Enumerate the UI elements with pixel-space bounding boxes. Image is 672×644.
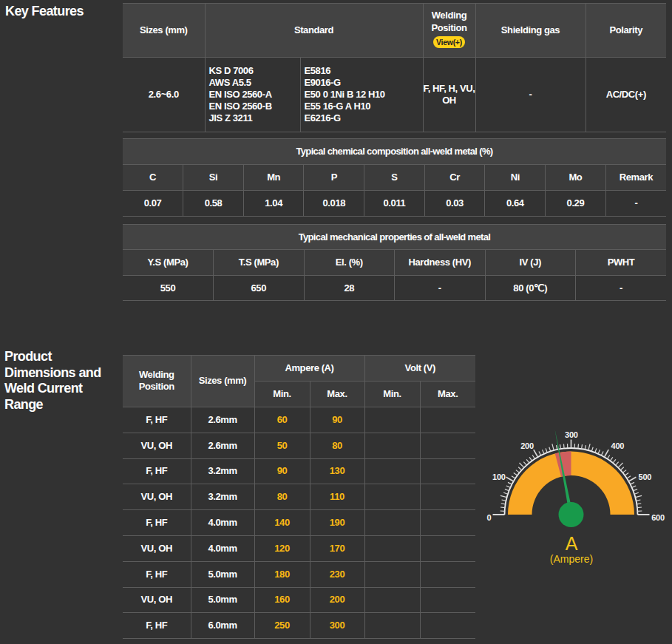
svg-text:(Ampere): (Ampere): [550, 553, 593, 565]
svg-text:0: 0: [487, 513, 492, 522]
svg-text:400: 400: [611, 441, 625, 450]
svg-text:300: 300: [565, 430, 578, 439]
svg-text:100: 100: [492, 472, 506, 481]
svg-text:A: A: [566, 533, 578, 554]
svg-text:200: 200: [520, 441, 534, 450]
svg-text:600: 600: [651, 513, 665, 522]
svg-text:500: 500: [639, 472, 652, 481]
